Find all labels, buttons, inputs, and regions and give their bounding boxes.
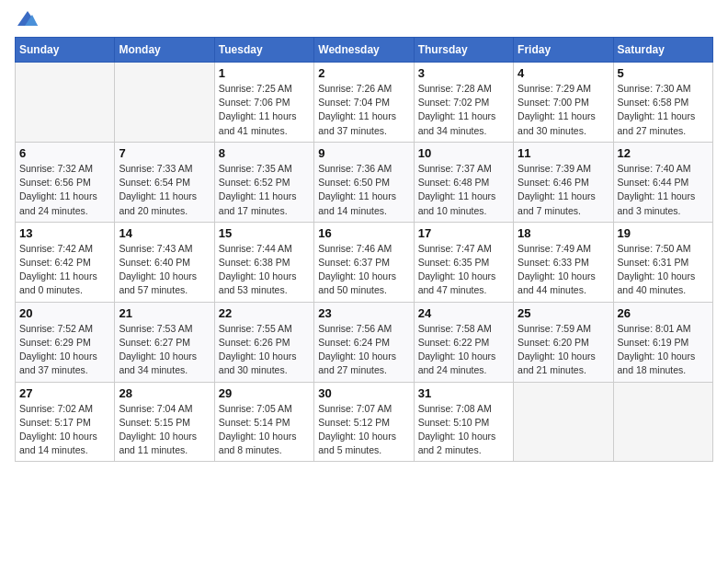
day-info: Sunrise: 7:59 AM Sunset: 6:20 PM Dayligh… [518, 322, 609, 378]
calendar-cell: 13 Sunrise: 7:42 AM Sunset: 6:42 PM Dayl… [16, 222, 115, 302]
day-number: 2 [318, 66, 409, 80]
day-info: Sunrise: 7:32 AM Sunset: 6:56 PM Dayligh… [19, 162, 110, 218]
day-info: Sunrise: 7:39 AM Sunset: 6:46 PM Dayligh… [518, 162, 609, 218]
day-header-thursday: Thursday [414, 38, 513, 63]
day-info: Sunrise: 7:07 AM Sunset: 5:12 PM Dayligh… [318, 402, 409, 458]
day-info: Sunrise: 7:36 AM Sunset: 6:50 PM Dayligh… [318, 162, 409, 218]
day-info: Sunrise: 8:01 AM Sunset: 6:19 PM Dayligh… [618, 322, 709, 378]
day-info: Sunrise: 7:43 AM Sunset: 6:40 PM Dayligh… [119, 242, 210, 298]
day-number: 29 [219, 386, 310, 400]
day-info: Sunrise: 7:28 AM Sunset: 7:02 PM Dayligh… [418, 82, 509, 138]
calendar-cell: 20 Sunrise: 7:52 AM Sunset: 6:29 PM Dayl… [16, 302, 115, 382]
calendar-table: SundayMondayTuesdayWednesdayThursdayFrid… [15, 37, 713, 462]
day-info: Sunrise: 7:56 AM Sunset: 6:24 PM Dayligh… [318, 322, 409, 378]
day-number: 19 [618, 226, 709, 240]
day-number: 25 [518, 306, 609, 320]
day-number: 15 [219, 226, 310, 240]
day-number: 23 [318, 306, 409, 320]
header-row: SundayMondayTuesdayWednesdayThursdayFrid… [16, 38, 713, 63]
calendar-cell: 25 Sunrise: 7:59 AM Sunset: 6:20 PM Dayl… [514, 302, 613, 382]
day-info: Sunrise: 7:30 AM Sunset: 6:58 PM Dayligh… [618, 82, 709, 138]
calendar-cell: 6 Sunrise: 7:32 AM Sunset: 6:56 PM Dayli… [16, 142, 115, 222]
day-number: 5 [618, 66, 709, 80]
day-number: 14 [119, 226, 210, 240]
day-info: Sunrise: 7:40 AM Sunset: 6:44 PM Dayligh… [618, 162, 709, 218]
day-header-monday: Monday [115, 38, 214, 63]
day-info: Sunrise: 7:50 AM Sunset: 6:31 PM Dayligh… [618, 242, 709, 298]
day-number: 18 [518, 226, 609, 240]
week-row-1: 1 Sunrise: 7:25 AM Sunset: 7:06 PM Dayli… [16, 63, 713, 143]
day-header-wednesday: Wednesday [314, 38, 414, 63]
calendar-cell [115, 63, 214, 143]
calendar-cell: 19 Sunrise: 7:50 AM Sunset: 6:31 PM Dayl… [613, 222, 712, 302]
day-number: 12 [618, 146, 709, 160]
day-info: Sunrise: 7:33 AM Sunset: 6:54 PM Dayligh… [119, 162, 210, 218]
day-number: 20 [19, 306, 110, 320]
calendar-cell: 31 Sunrise: 7:08 AM Sunset: 5:10 PM Dayl… [414, 382, 513, 462]
calendar-cell: 26 Sunrise: 8:01 AM Sunset: 6:19 PM Dayl… [613, 302, 712, 382]
day-info: Sunrise: 7:49 AM Sunset: 6:33 PM Dayligh… [518, 242, 609, 298]
day-header-friday: Friday [514, 38, 613, 63]
day-number: 11 [518, 146, 609, 160]
day-number: 3 [418, 66, 509, 80]
calendar-cell: 1 Sunrise: 7:25 AM Sunset: 7:06 PM Dayli… [214, 63, 313, 143]
week-row-4: 20 Sunrise: 7:52 AM Sunset: 6:29 PM Dayl… [16, 302, 713, 382]
day-number: 4 [518, 66, 609, 80]
day-info: Sunrise: 7:29 AM Sunset: 7:00 PM Dayligh… [518, 82, 609, 138]
day-info: Sunrise: 7:37 AM Sunset: 6:48 PM Dayligh… [418, 162, 509, 218]
calendar-cell: 3 Sunrise: 7:28 AM Sunset: 7:02 PM Dayli… [414, 63, 513, 143]
day-info: Sunrise: 7:53 AM Sunset: 6:27 PM Dayligh… [119, 322, 210, 378]
calendar-cell: 4 Sunrise: 7:29 AM Sunset: 7:00 PM Dayli… [514, 63, 613, 143]
day-number: 22 [219, 306, 310, 320]
day-number: 17 [418, 226, 509, 240]
day-header-sunday: Sunday [16, 38, 115, 63]
calendar-cell: 14 Sunrise: 7:43 AM Sunset: 6:40 PM Dayl… [115, 222, 214, 302]
week-row-3: 13 Sunrise: 7:42 AM Sunset: 6:42 PM Dayl… [16, 222, 713, 302]
calendar-cell: 23 Sunrise: 7:56 AM Sunset: 6:24 PM Dayl… [314, 302, 414, 382]
calendar-cell [514, 382, 613, 462]
calendar-cell: 29 Sunrise: 7:05 AM Sunset: 5:14 PM Dayl… [214, 382, 313, 462]
day-number: 8 [219, 146, 310, 160]
calendar-cell: 24 Sunrise: 7:58 AM Sunset: 6:22 PM Dayl… [414, 302, 513, 382]
day-info: Sunrise: 7:26 AM Sunset: 7:04 PM Dayligh… [318, 82, 409, 138]
day-info: Sunrise: 7:55 AM Sunset: 6:26 PM Dayligh… [219, 322, 310, 378]
calendar-cell: 8 Sunrise: 7:35 AM Sunset: 6:52 PM Dayli… [214, 142, 313, 222]
day-number: 10 [418, 146, 509, 160]
day-number: 16 [318, 226, 409, 240]
calendar-cell: 28 Sunrise: 7:04 AM Sunset: 5:15 PM Dayl… [115, 382, 214, 462]
calendar-cell: 27 Sunrise: 7:02 AM Sunset: 5:17 PM Dayl… [16, 382, 115, 462]
day-number: 24 [418, 306, 509, 320]
day-number: 9 [318, 146, 409, 160]
day-number: 27 [19, 386, 110, 400]
day-number: 28 [119, 386, 210, 400]
day-number: 13 [19, 226, 110, 240]
day-info: Sunrise: 7:25 AM Sunset: 7:06 PM Dayligh… [219, 82, 310, 138]
calendar-cell: 5 Sunrise: 7:30 AM Sunset: 6:58 PM Dayli… [613, 63, 712, 143]
page-header [15, 15, 713, 26]
week-row-5: 27 Sunrise: 7:02 AM Sunset: 5:17 PM Dayl… [16, 382, 713, 462]
day-number: 1 [219, 66, 310, 80]
calendar-cell: 12 Sunrise: 7:40 AM Sunset: 6:44 PM Dayl… [613, 142, 712, 222]
calendar-cell: 7 Sunrise: 7:33 AM Sunset: 6:54 PM Dayli… [115, 142, 214, 222]
calendar-cell: 9 Sunrise: 7:36 AM Sunset: 6:50 PM Dayli… [314, 142, 414, 222]
calendar-cell: 30 Sunrise: 7:07 AM Sunset: 5:12 PM Dayl… [314, 382, 414, 462]
calendar-cell: 15 Sunrise: 7:44 AM Sunset: 6:38 PM Dayl… [214, 222, 313, 302]
calendar-cell: 22 Sunrise: 7:55 AM Sunset: 6:26 PM Dayl… [214, 302, 313, 382]
calendar-cell [613, 382, 712, 462]
calendar-cell: 18 Sunrise: 7:49 AM Sunset: 6:33 PM Dayl… [514, 222, 613, 302]
calendar-cell: 2 Sunrise: 7:26 AM Sunset: 7:04 PM Dayli… [314, 63, 414, 143]
day-info: Sunrise: 7:46 AM Sunset: 6:37 PM Dayligh… [318, 242, 409, 298]
day-number: 31 [418, 386, 509, 400]
day-info: Sunrise: 7:42 AM Sunset: 6:42 PM Dayligh… [19, 242, 110, 298]
day-number: 30 [318, 386, 409, 400]
calendar-cell: 10 Sunrise: 7:37 AM Sunset: 6:48 PM Dayl… [414, 142, 513, 222]
calendar-cell [16, 63, 115, 143]
day-info: Sunrise: 7:52 AM Sunset: 6:29 PM Dayligh… [19, 322, 110, 378]
logo-icon [17, 11, 38, 26]
day-number: 21 [119, 306, 210, 320]
day-info: Sunrise: 7:58 AM Sunset: 6:22 PM Dayligh… [418, 322, 509, 378]
day-number: 6 [19, 146, 110, 160]
day-info: Sunrise: 7:08 AM Sunset: 5:10 PM Dayligh… [418, 402, 509, 458]
calendar-cell: 21 Sunrise: 7:53 AM Sunset: 6:27 PM Dayl… [115, 302, 214, 382]
day-number: 7 [119, 146, 210, 160]
